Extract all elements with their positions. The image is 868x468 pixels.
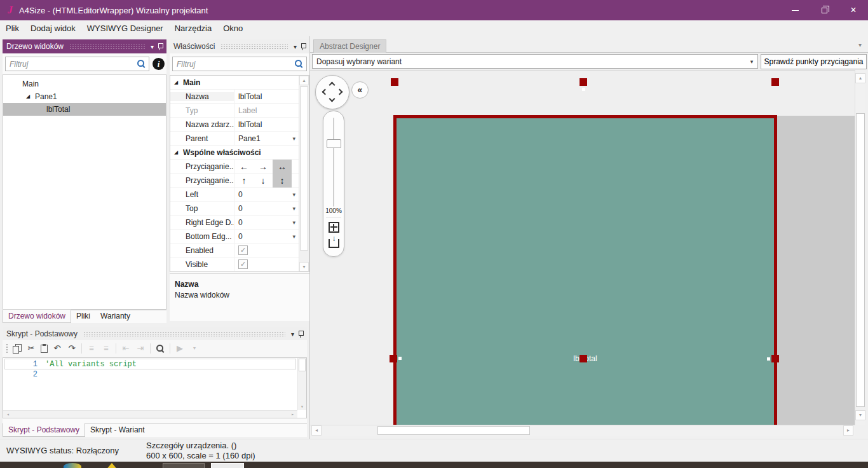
variant-combobox[interactable]: Dopasuj wybrany wariant ▾ xyxy=(312,54,758,69)
taskbar-warning-icon[interactable] xyxy=(105,463,118,468)
check-snap-points-button[interactable]: Sprawdź punkty przyciągania xyxy=(761,54,867,69)
property-row-bottom-edge[interactable]: Bottom Edg... 0▾ xyxy=(170,230,299,244)
panel-menu-chevron-icon[interactable]: ▾ xyxy=(294,43,297,50)
selection-handle-middle-left[interactable] xyxy=(390,355,397,362)
script-editor[interactable]: 1 'All variants script 2 ▾ ◂ ▸ xyxy=(3,357,307,418)
designer-horizontal-scrollbar[interactable]: ◂ ▸ xyxy=(310,425,855,436)
pan-down-chevron-icon[interactable] xyxy=(329,96,336,102)
pan-left-chevron-icon[interactable] xyxy=(322,89,329,95)
scroll-left-icon[interactable]: ◂ xyxy=(3,411,13,417)
scrollbar-thumb[interactable] xyxy=(377,426,530,435)
property-row-parent[interactable]: Parent Pane1▾ xyxy=(170,132,299,146)
toolbar-grip[interactable] xyxy=(6,343,8,354)
property-row-left[interactable]: Left 0▾ xyxy=(170,188,299,202)
pin-icon[interactable] xyxy=(157,43,163,51)
menu-item-dodaj-widok[interactable]: Dodaj widok xyxy=(25,21,81,36)
dropdown-chevron-icon[interactable]: ▾ xyxy=(292,205,295,212)
anchor-stretch-h-icon[interactable]: ↔ xyxy=(273,160,292,174)
collapse-tools-button[interactable]: « xyxy=(351,81,369,99)
tab-drzewo-widokow[interactable]: Drzewo widoków xyxy=(3,310,71,323)
anchor-left-arrow-icon[interactable]: ← xyxy=(234,160,254,174)
scrollbar-thumb[interactable] xyxy=(300,86,308,251)
menu-item-okno[interactable]: Okno xyxy=(217,21,248,36)
property-value[interactable]: 0▾ xyxy=(234,188,299,201)
property-value[interactable]: 0▾ xyxy=(234,216,299,229)
scroll-left-icon[interactable]: ◂ xyxy=(311,425,322,436)
anchor-right-arrow-icon[interactable]: → xyxy=(254,160,273,174)
selection-handle-top-left[interactable] xyxy=(391,78,398,86)
property-row-right-edge[interactable]: Right Edge D... 0▾ xyxy=(170,216,299,230)
tab-skrypt-wariant[interactable]: Skrypt - Wariant xyxy=(85,423,150,437)
expander-icon[interactable]: ◢ xyxy=(26,90,30,103)
tab-abstract-designer[interactable]: Abstract Designer xyxy=(313,39,386,53)
property-value[interactable]: lblTotal xyxy=(234,90,299,103)
property-row-top[interactable]: Top 0▾ xyxy=(170,202,299,216)
minimize-button[interactable] xyxy=(780,0,810,20)
undo-icon[interactable]: ↶ xyxy=(52,343,62,354)
tab-pliki[interactable]: Pliki xyxy=(71,310,95,323)
tree-filter-input[interactable] xyxy=(5,57,149,71)
property-group-wspolne[interactable]: ◢ Wspólne właściwości xyxy=(170,146,299,160)
scroll-right-icon[interactable]: ▸ xyxy=(843,425,853,436)
tree-node-lbltotal[interactable]: lblTotal xyxy=(3,103,166,116)
designer-vertical-scrollbar[interactable]: ▴ ▾ xyxy=(855,70,865,425)
property-row-nazwa[interactable]: Nazwa lblTotal xyxy=(170,90,299,104)
tab-overflow-chevron-icon[interactable]: ▾ xyxy=(858,41,862,48)
property-grid-scrollbar[interactable]: ▴ ▾ xyxy=(299,76,309,272)
design-viewport[interactable]: « 100% ↓ lblTotal xyxy=(310,70,855,425)
tree-node-main[interactable]: Main xyxy=(3,78,166,90)
property-row-enabled[interactable]: Enabled ✓ xyxy=(170,244,299,258)
scroll-up-icon[interactable]: ▴ xyxy=(855,73,865,83)
property-value[interactable]: 0▾ xyxy=(234,202,299,215)
scroll-down-icon[interactable]: ▾ xyxy=(299,262,309,272)
scroll-down-icon[interactable]: ▾ xyxy=(855,410,865,420)
pin-icon[interactable] xyxy=(297,330,304,338)
scroll-down-icon[interactable]: ▾ xyxy=(299,404,306,410)
expander-icon[interactable]: ◢ xyxy=(174,79,183,85)
dropdown-chevron-icon[interactable]: ▾ xyxy=(292,233,295,240)
expander-icon[interactable]: ◢ xyxy=(174,149,183,155)
anchor-up-arrow-icon[interactable]: ↑ xyxy=(234,174,254,188)
menu-item-plik[interactable]: Plik xyxy=(0,21,25,36)
dropdown-chevron-icon[interactable]: ▾ xyxy=(292,191,295,198)
property-group-main[interactable]: ◢ Main xyxy=(170,76,299,90)
scroll-up-icon[interactable]: ▴ xyxy=(299,76,309,85)
import-view-icon[interactable]: ↓ xyxy=(329,239,339,248)
anchor-stretch-v-icon[interactable]: ↕ xyxy=(273,174,292,188)
property-value[interactable]: 0▾ xyxy=(234,230,299,243)
editor-horizontal-scrollbar[interactable]: ◂ ▸ xyxy=(3,410,297,418)
property-row-przyciaganie-v[interactable]: Przyciąganie... ↑ ↓ ↕ xyxy=(170,174,299,188)
selection-handle-middle-right[interactable] xyxy=(771,355,779,362)
pin-icon[interactable] xyxy=(300,43,306,51)
selection-handle-center[interactable] xyxy=(580,355,587,362)
scrollbar-thumb[interactable] xyxy=(856,113,865,407)
redo-icon[interactable]: ↷ xyxy=(67,343,77,354)
selection-handle-top-center[interactable] xyxy=(580,78,587,86)
info-icon[interactable]: i xyxy=(153,58,165,70)
design-canvas-pane1[interactable] xyxy=(393,115,777,425)
fit-to-screen-icon[interactable] xyxy=(329,222,339,233)
maximize-button[interactable] xyxy=(810,0,839,20)
combobox-chevron-icon[interactable]: ▾ xyxy=(746,59,757,65)
enabled-checkbox[interactable]: ✓ xyxy=(238,245,248,255)
tab-skrypt-podstawowy[interactable]: Skrypt - Podstawowy xyxy=(3,423,85,437)
zoom-slider-track[interactable] xyxy=(333,118,334,207)
property-value[interactable]: Pane1▾ xyxy=(234,132,299,145)
property-value[interactable]: lblTotal xyxy=(234,118,299,131)
search-icon[interactable] xyxy=(295,60,303,68)
dropdown-chevron-icon[interactable]: ▾ xyxy=(292,219,295,226)
tab-warianty[interactable]: Warianty xyxy=(95,310,135,323)
property-row-nazwa-zdarzenia[interactable]: Nazwa zdarz... lblTotal xyxy=(170,118,299,132)
pan-up-chevron-icon[interactable] xyxy=(329,82,336,88)
dropdown-chevron-icon[interactable]: ▾ xyxy=(292,135,295,142)
pan-right-chevron-icon[interactable] xyxy=(337,89,343,95)
search-icon[interactable] xyxy=(137,60,146,68)
property-row-przyciaganie-h[interactable]: Przyciąganie... ← → ↔ xyxy=(170,160,299,174)
pan-control[interactable] xyxy=(315,75,349,109)
visible-checkbox[interactable]: ✓ xyxy=(238,259,248,269)
close-button[interactable]: × xyxy=(839,0,868,20)
selection-handle-top-right[interactable] xyxy=(771,78,779,86)
panel-menu-chevron-icon[interactable]: ▾ xyxy=(151,43,154,50)
menu-item-narzedzia[interactable]: Narzędzia xyxy=(169,21,218,36)
copy-icon[interactable] xyxy=(13,344,22,353)
